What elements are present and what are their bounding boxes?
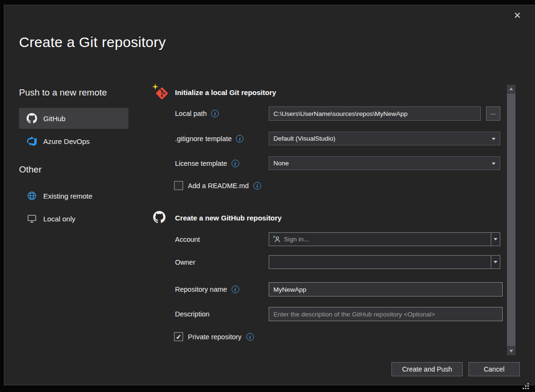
owner-dropdown[interactable] (269, 255, 500, 269)
account-value: Sign in... (284, 236, 309, 243)
github-icon (27, 113, 37, 124)
gitignore-template-value: Default (VisualStudio) (273, 135, 335, 142)
readme-row: Add a README.md i (174, 181, 261, 190)
description-label-row: Description (175, 307, 210, 321)
vertical-scrollbar[interactable] (507, 85, 516, 355)
github-section-title: Create a new GitHub repository (175, 214, 282, 222)
readme-checkbox[interactable] (174, 181, 183, 190)
account-dropdown[interactable]: Sign in... (269, 232, 500, 246)
browse-button[interactable]: ... (486, 106, 500, 121)
account-label-row: Account (175, 232, 200, 246)
page-title: Create a Git repository (19, 34, 166, 50)
add-account-icon (272, 235, 281, 243)
local-path-info-icon[interactable]: i (211, 110, 219, 117)
create-git-repository-dialog: ✕ Create a Git repository Push to a new … (0, 0, 535, 392)
sidebar-item-label: Local only (43, 215, 76, 223)
monitor-icon (27, 214, 37, 223)
triangle-down-icon (509, 350, 513, 353)
github-section-icon (153, 211, 165, 225)
chevron-down-icon (494, 238, 497, 240)
sidebar-item-local-only[interactable]: Local only (19, 208, 128, 229)
create-and-push-button[interactable]: Create and Push (391, 362, 463, 376)
resize-grip[interactable] (522, 382, 530, 390)
owner-label: Owner (175, 258, 195, 266)
gitignore-template-label: .gitignore template (175, 135, 232, 143)
sidebar-item-label: GitHub (43, 115, 66, 123)
scroll-up-button[interactable] (507, 85, 516, 93)
readme-info-icon[interactable]: i (253, 182, 261, 190)
scroll-down-button[interactable] (507, 347, 516, 355)
private-repository-checkbox[interactable]: ✓ (174, 332, 183, 341)
gitignore-label-row: .gitignore template i (175, 132, 243, 145)
repository-name-label-row: Repository name i (175, 282, 239, 296)
sidebar-item-existing-remote[interactable]: Existing remote (19, 185, 128, 206)
owner-label-row: Owner (175, 255, 195, 269)
close-icon: ✕ (514, 10, 521, 21)
private-repository-row: ✓ Private repository i (174, 332, 254, 341)
account-label: Account (175, 236, 200, 243)
chevron-down-icon (492, 138, 496, 140)
local-path-label-row: Local path i (175, 106, 219, 121)
sidebar-item-azure-devops[interactable]: Azure DevOps (19, 131, 128, 152)
azure-devops-icon (27, 136, 37, 146)
description-input[interactable] (269, 307, 503, 321)
sidebar-item-github[interactable]: GitHub (19, 108, 128, 129)
scrollbar-thumb[interactable] (507, 94, 516, 346)
license-template-value: None (273, 160, 289, 167)
cancel-button[interactable]: Cancel (468, 362, 520, 376)
close-button[interactable]: ✕ (509, 8, 526, 23)
license-label-row: License template i (175, 156, 239, 170)
readme-label: Add a README.md (188, 182, 249, 190)
private-repository-label: Private repository (188, 333, 242, 341)
repository-name-input[interactable] (269, 282, 503, 296)
sidebar-heading-push-remote: Push to a new remote (19, 87, 107, 98)
license-template-dropdown[interactable]: None (269, 156, 500, 170)
chevron-down-icon (492, 163, 496, 165)
git-new-repository-icon (152, 84, 169, 101)
account-dropdown-arrow[interactable] (491, 233, 500, 246)
triangle-up-icon (509, 87, 513, 90)
gitignore-info-icon[interactable]: i (236, 135, 243, 143)
license-info-icon[interactable]: i (232, 160, 239, 167)
sidebar-heading-other: Other (19, 164, 42, 175)
repository-name-label: Repository name (175, 286, 227, 293)
private-repository-info-icon[interactable]: i (246, 333, 254, 341)
gitignore-template-dropdown[interactable]: Default (VisualStudio) (269, 132, 500, 145)
local-path-input[interactable] (269, 106, 481, 121)
init-section-title: Initialize a local Git repository (175, 88, 276, 96)
local-path-label: Local path (175, 110, 207, 117)
sidebar-item-label: Azure DevOps (43, 137, 90, 145)
repository-name-info-icon[interactable]: i (232, 286, 239, 293)
license-template-label: License template (175, 160, 227, 167)
globe-icon (27, 191, 37, 201)
chevron-down-icon (494, 261, 497, 263)
description-label: Description (175, 310, 210, 318)
sidebar-item-label: Existing remote (43, 192, 92, 200)
owner-dropdown-arrow[interactable] (491, 256, 500, 268)
